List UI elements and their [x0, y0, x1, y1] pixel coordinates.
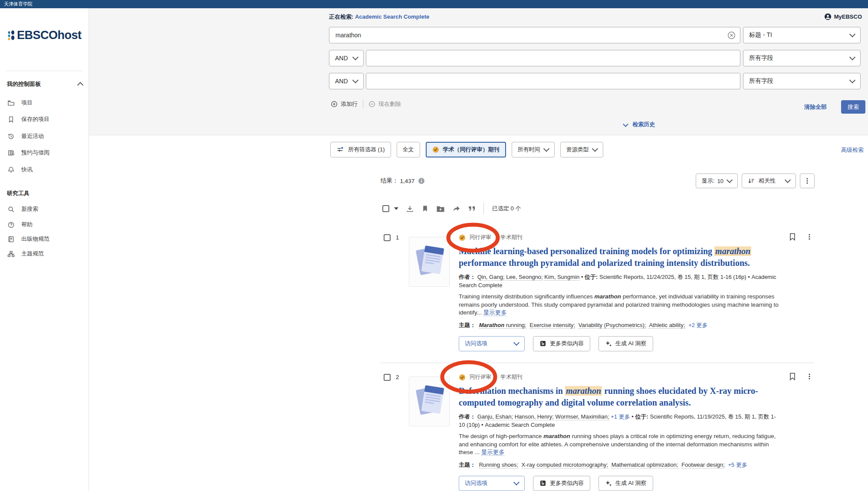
show-more-link[interactable]: 显示更多: [481, 449, 505, 456]
vertical-divider: [363, 100, 363, 108]
record-divider: [381, 363, 814, 363]
record-title-link[interactable]: Deformation mechanisms in marathon runni…: [459, 385, 781, 409]
full-text-filter[interactable]: 全文: [397, 142, 420, 157]
kebab-icon[interactable]: [806, 233, 812, 241]
delete-row-button[interactable]: 现在删除: [368, 100, 401, 108]
ebscohost-logo[interactable]: EBSCOhost: [7, 27, 82, 43]
more-subjects-link[interactable]: +5 更多: [728, 462, 747, 468]
search-button[interactable]: 搜索: [841, 100, 865, 114]
subject-link[interactable]: Athletic ability;: [649, 322, 685, 329]
generate-ai-insights-button[interactable]: 生成 AI 洞察: [598, 336, 653, 351]
sidebar-item-holds-checkouts[interactable]: 预约与借阅: [7, 149, 49, 157]
author-link[interactable]: Ganju, Eshan;: [477, 413, 513, 420]
sidebar-item-subjects[interactable]: 主题规范: [7, 250, 44, 258]
select-all-checkbox[interactable]: [382, 205, 389, 212]
subject-link[interactable]: Running shoes;: [479, 462, 518, 468]
bookmark-icon[interactable]: [789, 233, 796, 241]
author-link[interactable]: Hanson, Henry;: [515, 413, 554, 420]
info-icon[interactable]: [418, 177, 425, 184]
record-body: 同行评审 | 学术期刊 Machine learning-based perso…: [459, 230, 781, 351]
books-icon: [7, 149, 15, 157]
search-input-2[interactable]: [366, 50, 740, 66]
generate-ai-insights-button[interactable]: 生成 AI 洞察: [598, 476, 653, 491]
more-authors-link[interactable]: +1 更多: [611, 413, 630, 420]
myebsco-button[interactable]: MyEBSCO: [824, 13, 862, 20]
cite-icon[interactable]: [468, 205, 476, 212]
chevron-down-icon: [849, 77, 855, 83]
plus-circle-icon: [331, 101, 338, 108]
chevron-down-icon: [623, 121, 628, 127]
access-options-button[interactable]: 访问选项: [459, 476, 525, 491]
sidebar-item-saved[interactable]: 保存的项目: [7, 115, 49, 123]
peer-reviewed-filter[interactable]: 学术（同行评审）期刊: [426, 142, 506, 157]
results-overflow-menu[interactable]: [800, 173, 815, 188]
institution-banner: 天津体育学院: [0, 0, 868, 8]
author-link[interactable]: Lee, Seongno;: [506, 274, 543, 281]
subject-link[interactable]: Footwear design;: [681, 462, 725, 468]
sidebar-section-dashboard[interactable]: 我的控制面板: [7, 80, 82, 88]
operator-select-2[interactable]: AND: [329, 50, 364, 66]
more-subjects-link[interactable]: +2 更多: [688, 322, 707, 328]
all-time-filter[interactable]: 所有时间: [512, 142, 555, 157]
account-icon: [824, 13, 832, 20]
sidebar-item-publications[interactable]: 出版物规范: [7, 235, 49, 243]
bookmark-icon[interactable]: [421, 205, 429, 213]
bookmark-icon[interactable]: [789, 373, 796, 380]
peer-review-badge-icon: [459, 234, 466, 241]
add-row-button[interactable]: 添加行: [331, 100, 358, 108]
access-options-button[interactable]: 访问选项: [459, 336, 525, 351]
source-type-filter[interactable]: 资源类型: [560, 142, 603, 157]
subject-link[interactable]: X-ray computed microtomography;: [522, 462, 608, 468]
bulk-actions-toolbar: 已选定 0 个: [382, 203, 521, 214]
record-thumbnail[interactable]: [409, 237, 450, 287]
share-icon[interactable]: [452, 205, 460, 213]
chevron-down-icon: [352, 77, 358, 83]
chevron-down-icon: [513, 479, 519, 485]
sidebar-item-help[interactable]: 帮助: [7, 221, 33, 229]
search-input-1[interactable]: [329, 27, 740, 43]
searching-label: 正在检索:: [329, 13, 353, 20]
add-to-folder-icon[interactable]: [436, 205, 445, 213]
subject-link[interactable]: Variability (Psychometrics);: [579, 322, 646, 329]
subject-link[interactable]: Exercise intensity;: [529, 322, 575, 329]
sidebar-section-research-tools: 研究工具: [7, 190, 82, 197]
field-select-2[interactable]: 所有字段: [743, 50, 861, 66]
show-more-link[interactable]: 显示更多: [483, 309, 507, 316]
sidebar-item-new-search[interactable]: 新搜索: [7, 205, 38, 213]
more-like-this-button[interactable]: 更多类似内容: [533, 476, 590, 491]
field-select-3[interactable]: 所有字段: [743, 73, 861, 89]
display-count-select[interactable]: 显示: 10: [696, 173, 738, 188]
advanced-search-link[interactable]: 高级检索: [841, 146, 864, 154]
subject-link[interactable]: Marathon running;: [479, 322, 526, 329]
author-link[interactable]: Qin, Gang;: [477, 274, 505, 281]
filter-bar: 所有筛选器 (1) 全文 学术（同行评审）期刊 所有时间 资源类型: [330, 142, 603, 157]
peer-review-badge-icon: [459, 374, 466, 381]
search-history-toggle[interactable]: 检索历史: [329, 121, 868, 128]
sidebar-item-alerts[interactable]: 快讯: [7, 166, 33, 173]
author-link[interactable]: Wormser, Maximilian;: [556, 413, 609, 420]
subject-link[interactable]: Mathematical optimization;: [612, 462, 678, 468]
record-actions: [789, 373, 812, 380]
clear-search-icon[interactable]: [727, 31, 736, 39]
record-title-link[interactable]: Machine learning-based personalized trai…: [459, 245, 781, 269]
sidebar-item-recent-activity[interactable]: 最近活动: [7, 132, 44, 140]
record-checkbox[interactable]: [384, 374, 391, 381]
display-sort-controls: 显示: 10 相关性: [696, 173, 815, 188]
clear-all-button[interactable]: 清除全部: [804, 103, 827, 111]
field-select-1[interactable]: 标题 - TI: [743, 27, 861, 43]
record-checkbox[interactable]: [384, 234, 391, 241]
chevron-down-icon: [727, 177, 733, 183]
sort-select[interactable]: 相关性: [742, 173, 796, 188]
author-link[interactable]: Kim, Sungmin: [544, 274, 579, 281]
search-input-3[interactable]: [366, 73, 740, 89]
record-thumbnail[interactable]: [409, 376, 450, 426]
kebab-icon[interactable]: [806, 373, 812, 380]
sidebar-item-projects[interactable]: 项目: [7, 99, 33, 107]
more-like-this-button[interactable]: 更多类似内容: [533, 336, 590, 351]
all-filters-button[interactable]: 所有筛选器 (1): [330, 142, 391, 157]
database-link[interactable]: Academic Search Complete: [355, 13, 429, 20]
operator-select-3[interactable]: AND: [329, 73, 364, 89]
source-info: Scientific Reports, 11/24/2025, 卷 15, 期 …: [599, 274, 746, 280]
select-options-caret[interactable]: [394, 207, 398, 210]
download-icon[interactable]: [406, 205, 414, 213]
